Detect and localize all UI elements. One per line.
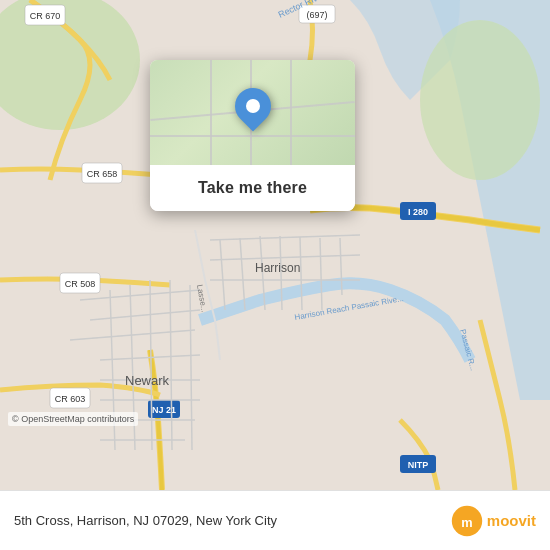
svg-text:CR 670: CR 670	[30, 11, 61, 21]
popup-map-area	[150, 60, 355, 165]
svg-text:Newark: Newark	[125, 373, 170, 388]
svg-text:NJ 21: NJ 21	[152, 405, 176, 415]
take-me-there-button[interactable]: Take me there	[150, 165, 355, 211]
svg-text:(697): (697)	[306, 10, 327, 20]
svg-text:m: m	[461, 514, 472, 529]
svg-point-2	[420, 20, 540, 180]
popup-card: Take me there	[150, 60, 355, 211]
moovit-svg-logo: m	[451, 505, 483, 537]
svg-text:Harrison: Harrison	[255, 261, 300, 275]
svg-text:CR 603: CR 603	[55, 394, 86, 404]
map-container: CR 670 CR 658 CR 508 CR 603 (697) I 280 …	[0, 0, 550, 490]
svg-text:CR 508: CR 508	[65, 279, 96, 289]
moovit-logo-icon: m moovit	[451, 505, 536, 537]
svg-text:NITP: NITP	[408, 460, 429, 470]
bottom-bar: 5th Cross, Harrison, NJ 07029, New York …	[0, 490, 550, 550]
address-label: 5th Cross, Harrison, NJ 07029, New York …	[14, 513, 277, 528]
location-pin-icon	[235, 88, 271, 124]
moovit-text: moovit	[487, 512, 536, 529]
svg-text:CR 658: CR 658	[87, 169, 118, 179]
osm-credit: © OpenStreetMap contributors	[8, 412, 138, 426]
svg-text:I 280: I 280	[408, 207, 428, 217]
